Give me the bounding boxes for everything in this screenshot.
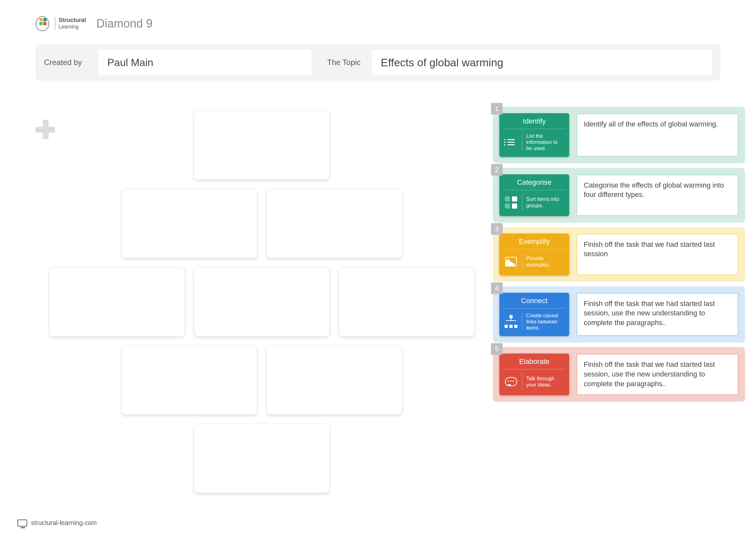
chat-icon [504,375,518,389]
step-subtitle: List the information to be used. [526,133,565,152]
step-badge: Elaborate Talk through your ideas. [500,353,569,395]
step-elaborate: 5 Elaborate Talk through your ideas. Fin… [493,347,745,402]
brand-name: Structural [59,17,86,24]
step-categorise: 2 Categorise Sort items into groups. Cat… [493,168,745,223]
diamond-card[interactable] [266,189,402,258]
created-by-label: Created by [44,58,89,67]
step-description[interactable]: Finish off the task that we had started … [576,234,739,275]
step-description[interactable]: Identify all of the effects of global wa… [576,113,739,157]
step-title: Identify [503,113,565,129]
topic-label: The Topic [321,58,363,67]
author-input[interactable]: Paul Main [98,49,311,75]
step-number: 1 [491,103,502,115]
diamond-grid [36,111,488,502]
brand-tagline: Learning [59,24,79,29]
step-title: Connect [503,293,565,309]
diamond-card[interactable] [122,189,257,258]
step-subtitle: Create causal links between items. [526,312,565,331]
diamond-card[interactable] [194,111,330,180]
diamond-card[interactable] [49,267,185,336]
step-badge: Exemplify Provide examples. [500,234,569,275]
step-identify: 1 Identify List the information to be us… [493,107,745,163]
diamond-card[interactable] [194,267,330,336]
brand-text: Structural Learning [55,17,86,30]
meta-bar: Created by Paul Main The Topic Effects o… [36,44,720,80]
step-exemplify: 3 Exemplify Provide examples. Finish off… [493,227,745,282]
diamond-card[interactable] [266,346,402,415]
step-subtitle: Provide examples. [526,255,565,268]
step-title: Exemplify [503,234,565,249]
diamond-card[interactable] [194,424,330,493]
topic-value: Effects of global warming [381,56,503,69]
footer-site: structural-learning.com [31,519,97,526]
step-description[interactable]: Finish off the task that we had started … [576,293,739,336]
step-connect: 4 Connect Create causal links between it… [493,286,745,343]
step-subtitle: Sort items into groups. [526,196,565,208]
grid-icon [504,195,518,210]
step-number: 4 [491,282,502,294]
step-number: 5 [491,343,502,355]
step-subtitle: Talk through your ideas. [526,376,565,388]
step-number: 2 [491,164,502,176]
header: Structural Learning Diamond 9 [36,16,152,31]
step-badge: Connect Create causal links between item… [500,293,569,336]
step-title: Elaborate [503,353,565,369]
author-value: Paul Main [107,57,153,69]
step-description[interactable]: Categorise the effects of global warming… [576,174,739,216]
step-title: Categorise [503,174,565,190]
screen-icon [17,520,27,526]
page-title: Diamond 9 [96,17,152,30]
step-number: 3 [491,223,502,235]
image-icon [504,255,518,269]
diamond-card[interactable] [122,346,257,415]
step-badge: Identify List the information to be used… [500,113,569,157]
list-icon [504,135,518,150]
tree-icon [504,314,518,329]
topic-input[interactable]: Effects of global warming [372,49,712,75]
footer: structural-learning.com [17,519,97,526]
brand-logo [36,16,49,31]
step-description[interactable]: Finish off the task that we had started … [576,353,739,395]
steps-panel: 1 Identify List the information to be us… [493,107,745,406]
diamond-card[interactable] [339,267,474,336]
step-badge: Categorise Sort items into groups. [500,174,569,216]
